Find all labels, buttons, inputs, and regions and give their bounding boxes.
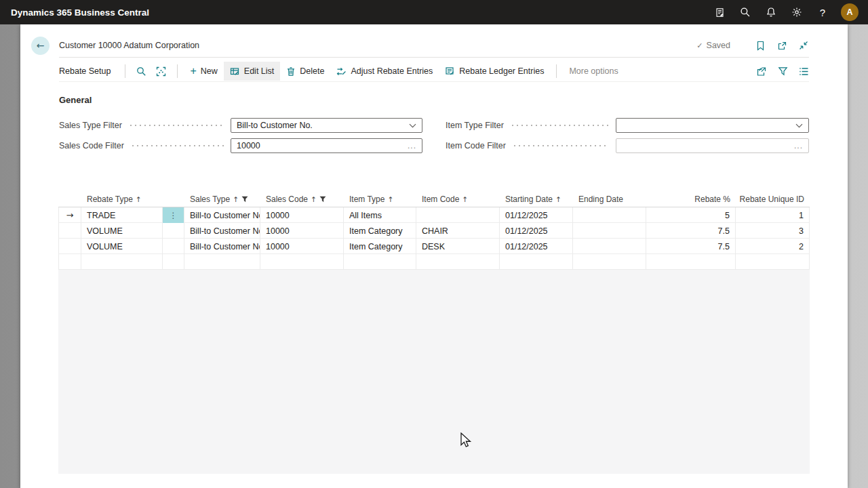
cell-sales-type[interactable]	[184, 254, 260, 270]
cell-sales-type[interactable]: Bill-to Customer No.	[184, 223, 260, 239]
cell-sales-code[interactable]: 10000	[260, 223, 344, 239]
cell-sales-code[interactable]: 10000	[260, 207, 344, 223]
chevron-down-icon[interactable]	[795, 123, 803, 128]
cell-starting-date[interactable]: 01/12/2025	[500, 239, 573, 254]
settings-gear-icon[interactable]	[784, 0, 810, 24]
list-view-icon[interactable]	[798, 66, 809, 77]
cell-rebate-unique-id[interactable]: 1	[736, 207, 810, 223]
item-type-filter-row: Item Type Filter	[446, 118, 809, 133]
open-in-new-window-icon[interactable]	[776, 40, 787, 51]
chevron-down-icon[interactable]	[409, 123, 416, 128]
assist-edit-icon[interactable]: ...	[408, 141, 416, 150]
cell-ending-date[interactable]	[573, 207, 646, 223]
sales-type-filter-dropdown[interactable]: Bill-to Customer No.	[231, 118, 422, 133]
header-item-code[interactable]: Item Code↑	[416, 195, 500, 204]
table-row: VOLUME Bill-to Customer No. 10000 Item C…	[58, 239, 810, 254]
cell-ending-date[interactable]	[573, 254, 646, 270]
item-code-filter-label: Item Code Filter	[446, 141, 506, 150]
cell-sales-type[interactable]: Bill-to Customer No.	[184, 239, 260, 254]
cell-rebate-type[interactable]: VOLUME	[81, 223, 163, 239]
cell-rebate-percent[interactable]: 7.5	[646, 239, 736, 254]
cell-sales-type[interactable]: Bill-to Customer No.	[184, 207, 260, 223]
cell-item-type[interactable]: Item Category	[344, 239, 416, 254]
toolbar-separator	[125, 64, 125, 78]
table-row-empty	[58, 254, 810, 270]
search-icon[interactable]	[732, 0, 758, 24]
bookmark-icon[interactable]	[755, 40, 766, 51]
analyze-icon[interactable]	[151, 62, 171, 81]
cell-starting-date[interactable]: 01/12/2025	[500, 207, 573, 223]
header-rebate-percent[interactable]: Rebate %	[646, 195, 736, 204]
delete-button[interactable]: Delete	[280, 62, 330, 81]
dotted-leader	[512, 125, 609, 126]
app-title: Dynamics 365 Business Central	[11, 7, 149, 18]
new-button[interactable]: + New	[184, 62, 223, 81]
cell-sales-code[interactable]	[260, 254, 344, 270]
header-sales-type[interactable]: Sales Type↑	[184, 195, 260, 204]
cell-context-menu[interactable]: ⋮	[163, 207, 184, 223]
item-code-filter-input[interactable]	[616, 139, 794, 152]
collapse-page-icon[interactable]	[798, 40, 809, 51]
row-selector-cell[interactable]: →	[58, 207, 81, 223]
header-sales-code[interactable]: Sales Code↑	[260, 195, 344, 204]
save-status: ✓ Saved	[696, 41, 730, 50]
cell-rebate-percent[interactable]: 5	[646, 207, 736, 223]
release-notes-icon[interactable]	[707, 0, 732, 24]
sales-code-filter-input[interactable]	[231, 139, 408, 152]
cell-rebate-unique-id[interactable]: 2	[736, 239, 810, 254]
delete-trash-icon	[286, 66, 296, 77]
edit-list-icon	[230, 66, 240, 77]
cell-item-code[interactable]	[416, 207, 500, 223]
row-selector-cell[interactable]	[58, 254, 81, 270]
assist-edit-icon[interactable]: ...	[794, 141, 803, 150]
cell-item-code[interactable]: DESK	[416, 239, 500, 254]
cell-item-code[interactable]	[416, 254, 500, 270]
cell-context-menu[interactable]	[163, 254, 184, 270]
cell-context-menu[interactable]	[163, 239, 184, 254]
more-options-button[interactable]: More options	[563, 62, 624, 81]
cell-ending-date[interactable]	[573, 223, 646, 239]
table-row: → TRADE ⋮ Bill-to Customer No. 10000 All…	[58, 207, 810, 223]
share-icon[interactable]	[756, 66, 767, 77]
header-starting-date[interactable]: Starting Date↑	[500, 195, 573, 204]
header-ending-date[interactable]: Ending Date	[573, 195, 646, 204]
cell-item-type[interactable]: Item Category	[344, 223, 416, 239]
cell-context-menu[interactable]	[163, 223, 184, 239]
cell-sales-code[interactable]: 10000	[260, 239, 344, 254]
row-selector-cell[interactable]	[58, 223, 81, 239]
edit-list-button[interactable]: Edit List	[224, 62, 280, 81]
item-type-filter-dropdown[interactable]	[616, 118, 809, 133]
cell-item-type[interactable]	[344, 254, 416, 270]
adjust-rebate-entries-button[interactable]: Adjust Rebate Entries	[330, 62, 439, 81]
filter-icon[interactable]	[777, 66, 788, 77]
back-button[interactable]: ←	[31, 37, 50, 55]
search-list-icon[interactable]	[132, 62, 151, 81]
sales-code-filter-label: Sales Code Filter	[59, 141, 124, 150]
cell-ending-date[interactable]	[573, 239, 646, 254]
cell-menu-dots-icon: ⋮	[170, 211, 178, 220]
notifications-bell-icon[interactable]	[758, 0, 784, 24]
cell-rebate-unique-id[interactable]: 3	[736, 223, 810, 239]
cell-starting-date[interactable]: 01/12/2025	[500, 223, 573, 239]
cell-rebate-percent[interactable]	[646, 254, 736, 270]
top-app-bar: Dynamics 365 Business Central ? A	[0, 0, 868, 24]
user-avatar[interactable]: A	[841, 3, 859, 21]
rebate-ledger-entries-button[interactable]: Rebate Ledger Entries	[439, 62, 550, 81]
cell-item-type[interactable]: All Items	[344, 207, 416, 223]
top-bar-actions: ? A	[707, 0, 868, 24]
general-section-heading[interactable]: General	[59, 95, 92, 105]
header-rebate-unique-id[interactable]: Rebate Unique ID	[736, 195, 810, 204]
toolbar-separator	[556, 64, 557, 78]
cell-starting-date[interactable]	[500, 254, 573, 270]
sort-ascending-icon: ↑	[136, 195, 142, 203]
cell-item-code[interactable]: CHAIR	[416, 223, 500, 239]
cell-rebate-unique-id[interactable]	[736, 254, 810, 270]
header-item-type[interactable]: Item Type↑	[344, 195, 416, 204]
cell-rebate-type[interactable]: TRADE	[81, 207, 163, 223]
cell-rebate-type[interactable]: VOLUME	[81, 239, 163, 254]
cell-rebate-percent[interactable]: 7.5	[646, 223, 736, 239]
help-icon[interactable]: ?	[810, 0, 835, 24]
cell-rebate-type[interactable]	[81, 254, 163, 270]
header-rebate-type[interactable]: Rebate Type↑	[81, 195, 163, 204]
row-selector-cell[interactable]	[58, 239, 81, 254]
